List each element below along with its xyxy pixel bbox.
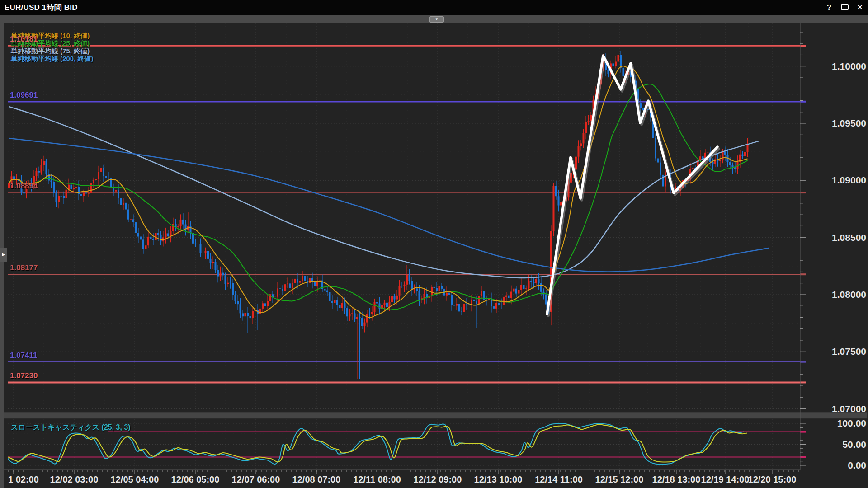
price-axis-label: 1.08000 xyxy=(832,289,866,300)
time-axis-label: 12/20 15:00 xyxy=(748,474,797,484)
window-controls: ? ✕ xyxy=(825,0,864,15)
price-axis-label: 1.07000 xyxy=(832,404,866,414)
window-title: EUR/USD 1時間 BID xyxy=(0,2,78,13)
chart-area[interactable]: 1.100001.095001.090001.085001.080001.075… xyxy=(0,23,868,488)
stoch-axis-label: 0.00 xyxy=(848,460,866,470)
time-axis-label: 12/12 09:00 xyxy=(414,474,462,484)
time-axis-label: 12/13 10:00 xyxy=(474,474,523,484)
close-icon[interactable]: ✕ xyxy=(855,3,864,12)
help-icon[interactable]: ? xyxy=(825,3,834,12)
price-axis-label: 1.09000 xyxy=(832,175,866,185)
price-axis-label: 1.09500 xyxy=(832,118,866,128)
time-axis-label: 12/08 07:00 xyxy=(292,474,341,484)
collapse-panel-button[interactable]: ▼ xyxy=(429,16,444,23)
time-axis-label: 12/02 03:00 xyxy=(50,474,99,484)
stoch-axis-label: 50.00 xyxy=(842,439,866,450)
maximize-icon[interactable] xyxy=(840,3,849,12)
price-axis-label: 1.10000 xyxy=(832,61,866,71)
time-axis-label: 12/14 11:00 xyxy=(535,474,583,484)
time-axis-label: 1 02:00 xyxy=(8,474,39,484)
time-axis-label: 12/06 05:00 xyxy=(171,474,220,484)
time-axis-label: 12/11 08:00 xyxy=(353,474,401,484)
stoch-axis-label: 100.00 xyxy=(837,418,866,428)
maximize-glyph xyxy=(841,4,849,10)
price-axis-label: 1.08500 xyxy=(832,232,866,243)
price-axis-label: 1.07500 xyxy=(832,346,866,357)
time-axis-label: 12/07 06:00 xyxy=(232,474,280,484)
panel-splitter xyxy=(4,412,867,418)
time-axis-label: 12/05 04:00 xyxy=(111,474,159,484)
chart-canvas[interactable]: 1.100001.095001.090001.085001.080001.075… xyxy=(0,23,868,488)
trading-chart-window: EUR/USD 1時間 BID ? ✕ ▼ 1.100001.095001.09… xyxy=(0,0,868,488)
time-axis-label: 12/15 12:00 xyxy=(595,474,644,484)
title-bar[interactable]: EUR/USD 1時間 BID ? ✕ xyxy=(0,0,868,15)
time-axis-label: 12/19 14:00 xyxy=(701,474,750,484)
expand-sidebar-button[interactable]: ▶ xyxy=(0,248,7,262)
time-axis-label: 12/18 13:00 xyxy=(652,474,701,484)
